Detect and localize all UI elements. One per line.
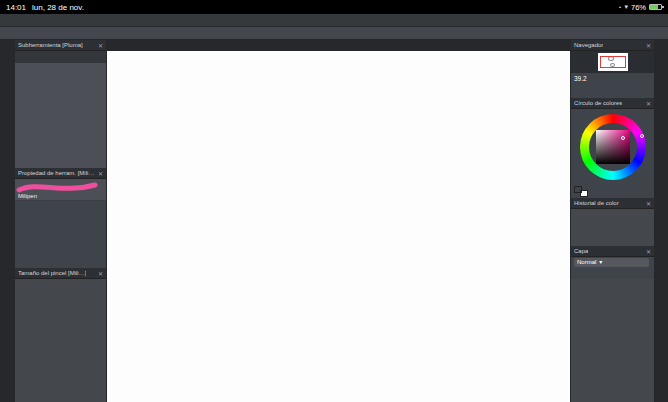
navigator-panel: Navegador ✕ 39.2 [571,40,654,98]
close-icon[interactable]: ✕ [95,170,103,177]
panel-icon-strip [654,40,668,402]
layers-header: Capa ✕ [571,246,654,257]
blend-mode-row: Normal ▾ [571,257,654,268]
layers-panel: Capa ✕ Normal ▾ [571,246,654,402]
color-wheel-footer [571,185,654,198]
hue-ring[interactable] [580,114,646,180]
tool-property-title: Propiedad de herram. [Milipen] [18,170,95,176]
primary-color-swatch[interactable] [574,186,582,193]
brush-preview-label: Milipen [18,193,37,199]
close-icon[interactable]: ✕ [95,42,103,49]
tool-property-header: Propiedad de herram. [Milipen] ✕ [15,168,106,179]
brush-size-grid [15,279,106,402]
brush-size-panel: Tamaño del pincel [Mili…] ✕ [15,268,106,402]
main-toolbar [0,27,668,40]
subtool-tabs [15,51,106,63]
document-area [107,40,570,402]
close-icon[interactable]: ✕ [643,200,651,207]
layer-tools-row [571,268,654,279]
clock: 14:01 [6,3,26,12]
navigator-rotate-row [571,84,654,95]
frog-sketch-main [257,77,407,307]
blend-mode-select[interactable]: Normal ▾ [574,258,649,267]
color-history-grid [571,209,654,246]
subtool-panel: Subherramienta [Pluma] ✕ [15,40,106,168]
battery-icon [649,4,662,10]
tool-strip [0,40,15,402]
frog-sketch-bottom [245,303,395,402]
alarm-icon: ◔ [617,4,621,11]
close-icon[interactable]: ✕ [95,270,103,277]
sv-square[interactable] [596,130,630,164]
document-tabs [107,40,570,51]
close-icon[interactable]: ✕ [643,248,651,255]
canvas[interactable] [107,51,570,402]
close-icon[interactable]: ✕ [643,42,651,49]
brush-stroke-preview: Milipen [15,179,106,201]
color-swatch-pair [574,186,588,197]
battery-percent: 76% [631,3,646,12]
navigator-zoom-row: 39.2 [571,73,654,84]
status-bar: 14:01 lun, 28 de nov. ◔ ▾ 76% [0,0,668,14]
color-wheel [571,109,654,185]
navigator-thumbnail[interactable] [571,51,654,73]
chevron-down-icon: ▾ [599,258,602,267]
subtool-panel-header: Subherramienta [Pluma] ✕ [15,40,106,51]
layers-title: Capa [574,248,588,254]
blend-mode-value: Normal [577,258,596,267]
close-icon[interactable]: ✕ [643,100,651,107]
zoom-value: 39.2 [574,75,588,82]
date: lun, 28 de nov. [32,3,84,12]
color-history-panel: Historial de color ✕ [571,198,654,246]
notification-icon: ▾ [624,3,628,11]
color-wheel-panel: Círculo de colores ✕ [571,98,654,198]
layer-list [571,279,654,402]
tool-property-panel: Propiedad de herram. [Milipen] ✕ Milipen [15,168,106,268]
navigator-viewport[interactable] [600,56,626,68]
navigator-title: Navegador [574,42,603,48]
color-history-title: Historial de color [574,200,619,206]
brush-size-header: Tamaño del pincel [Mili…] ✕ [15,268,106,279]
brush-list [15,63,106,168]
brush-size-title: Tamaño del pincel [Mili…] [18,270,86,276]
subtool-panel-title: Subherramienta [Pluma] [18,42,83,48]
hue-cursor [640,134,644,138]
clip-studio-paint-app: 14:01 lun, 28 de nov. ◔ ▾ 76% Subherrami… [0,0,668,402]
navigator-header: Navegador ✕ [571,40,654,51]
left-panel-dock: Subherramienta [Pluma] ✕ Propiedad de he… [15,40,107,402]
sv-cursor [621,136,625,140]
menu-bar [0,14,668,27]
color-history-header: Historial de color ✕ [571,198,654,209]
color-wheel-header: Círculo de colores ✕ [571,98,654,109]
color-wheel-title: Círculo de colores [574,100,622,106]
right-panel-dock: Navegador ✕ 39.2 Círcu [570,40,654,402]
